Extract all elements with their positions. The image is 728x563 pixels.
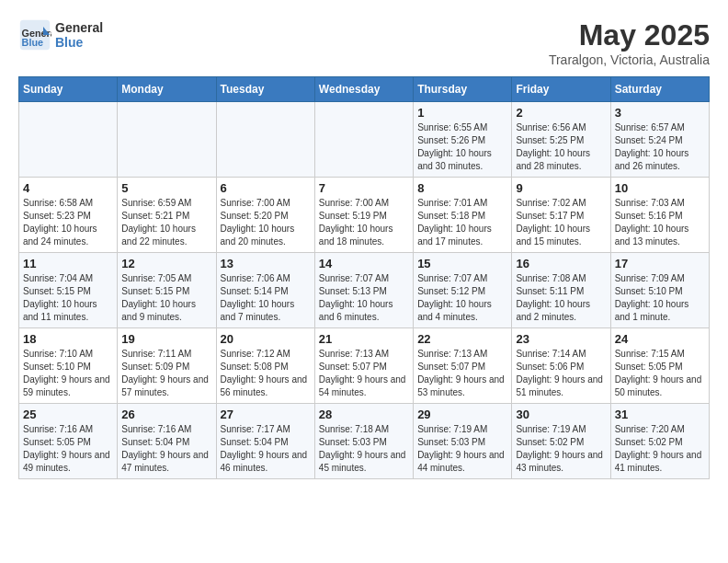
calendar-cell: 10Sunrise: 7:03 AMSunset: 5:16 PMDayligh… bbox=[610, 178, 709, 253]
day-info: Sunrise: 7:00 AMSunset: 5:19 PMDaylight:… bbox=[319, 197, 409, 248]
calendar-cell: 21Sunrise: 7:13 AMSunset: 5:07 PMDayligh… bbox=[314, 328, 413, 404]
day-number: 12 bbox=[121, 257, 211, 270]
calendar-cell: 1Sunrise: 6:55 AMSunset: 5:26 PMDaylight… bbox=[414, 102, 512, 178]
day-number: 26 bbox=[121, 408, 211, 421]
day-info: Sunrise: 7:07 AMSunset: 5:13 PMDaylight:… bbox=[319, 272, 409, 324]
calendar-cell: 31Sunrise: 7:20 AMSunset: 5:02 PMDayligh… bbox=[610, 404, 709, 479]
calendar-week-row: 11Sunrise: 7:04 AMSunset: 5:15 PMDayligh… bbox=[19, 253, 710, 328]
calendar-cell: 7Sunrise: 7:00 AMSunset: 5:19 PMDaylight… bbox=[314, 178, 413, 253]
calendar-cell: 17Sunrise: 7:09 AMSunset: 5:10 PMDayligh… bbox=[610, 253, 709, 328]
day-info: Sunrise: 7:00 AMSunset: 5:20 PMDaylight:… bbox=[221, 197, 311, 248]
day-number: 24 bbox=[615, 332, 705, 346]
calendar-cell: 14Sunrise: 7:07 AMSunset: 5:13 PMDayligh… bbox=[314, 253, 413, 328]
day-number: 3 bbox=[615, 106, 705, 120]
day-info: Sunrise: 7:03 AMSunset: 5:16 PMDaylight:… bbox=[615, 197, 705, 248]
title-block: May 2025 Traralgon, Victoria, Australia bbox=[549, 18, 710, 67]
day-info: Sunrise: 7:01 AMSunset: 5:18 PMDaylight:… bbox=[417, 197, 507, 248]
day-number: 31 bbox=[615, 408, 705, 421]
day-info: Sunrise: 6:56 AMSunset: 5:25 PMDaylight:… bbox=[516, 121, 606, 173]
day-number: 14 bbox=[319, 257, 409, 270]
day-number: 22 bbox=[417, 332, 507, 346]
logo-text-general: General bbox=[55, 20, 103, 35]
day-info: Sunrise: 6:57 AMSunset: 5:24 PMDaylight:… bbox=[615, 121, 705, 173]
day-number: 8 bbox=[417, 181, 507, 195]
calendar-cell: 6Sunrise: 7:00 AMSunset: 5:20 PMDaylight… bbox=[216, 178, 314, 253]
calendar-table: SundayMondayTuesdayWednesdayThursdayFrid… bbox=[18, 76, 710, 479]
column-header-friday: Friday bbox=[512, 77, 610, 102]
calendar-cell bbox=[118, 102, 216, 178]
day-info: Sunrise: 7:04 AMSunset: 5:15 PMDaylight:… bbox=[23, 272, 113, 324]
calendar-week-row: 25Sunrise: 7:16 AMSunset: 5:05 PMDayligh… bbox=[19, 404, 710, 479]
day-info: Sunrise: 7:13 AMSunset: 5:07 PMDaylight:… bbox=[319, 348, 409, 399]
day-info: Sunrise: 6:55 AMSunset: 5:26 PMDaylight:… bbox=[417, 121, 507, 173]
svg-text:Blue: Blue bbox=[22, 37, 43, 48]
day-info: Sunrise: 7:19 AMSunset: 5:02 PMDaylight:… bbox=[516, 423, 606, 475]
calendar-cell: 27Sunrise: 7:17 AMSunset: 5:04 PMDayligh… bbox=[216, 404, 314, 479]
calendar-cell: 3Sunrise: 6:57 AMSunset: 5:24 PMDaylight… bbox=[610, 102, 709, 178]
day-number: 6 bbox=[221, 181, 311, 195]
calendar-cell bbox=[314, 102, 413, 178]
day-info: Sunrise: 7:10 AMSunset: 5:10 PMDaylight:… bbox=[23, 348, 113, 399]
calendar-cell: 12Sunrise: 7:05 AMSunset: 5:15 PMDayligh… bbox=[118, 253, 216, 328]
calendar-header-row: SundayMondayTuesdayWednesdayThursdayFrid… bbox=[19, 77, 710, 102]
day-info: Sunrise: 7:16 AMSunset: 5:05 PMDaylight:… bbox=[23, 423, 113, 475]
day-info: Sunrise: 7:14 AMSunset: 5:06 PMDaylight:… bbox=[516, 348, 606, 399]
day-number: 10 bbox=[615, 181, 705, 195]
day-info: Sunrise: 7:15 AMSunset: 5:05 PMDaylight:… bbox=[615, 348, 705, 399]
day-info: Sunrise: 7:18 AMSunset: 5:03 PMDaylight:… bbox=[319, 423, 409, 475]
day-info: Sunrise: 7:20 AMSunset: 5:02 PMDaylight:… bbox=[615, 423, 705, 475]
column-header-saturday: Saturday bbox=[610, 77, 709, 102]
calendar-cell: 22Sunrise: 7:13 AMSunset: 5:07 PMDayligh… bbox=[414, 328, 512, 404]
calendar-cell: 4Sunrise: 6:58 AMSunset: 5:23 PMDaylight… bbox=[19, 178, 118, 253]
day-number: 16 bbox=[516, 257, 606, 270]
day-number: 13 bbox=[221, 257, 311, 270]
day-number: 1 bbox=[417, 106, 507, 120]
day-info: Sunrise: 6:59 AMSunset: 5:21 PMDaylight:… bbox=[121, 197, 211, 248]
month-title: May 2025 bbox=[549, 18, 710, 52]
day-number: 18 bbox=[23, 332, 113, 346]
day-number: 15 bbox=[417, 257, 507, 270]
calendar-week-row: 4Sunrise: 6:58 AMSunset: 5:23 PMDaylight… bbox=[19, 178, 710, 253]
day-number: 4 bbox=[23, 181, 113, 195]
day-info: Sunrise: 7:17 AMSunset: 5:04 PMDaylight:… bbox=[221, 423, 311, 475]
calendar-cell: 30Sunrise: 7:19 AMSunset: 5:02 PMDayligh… bbox=[512, 404, 610, 479]
day-info: Sunrise: 7:05 AMSunset: 5:15 PMDaylight:… bbox=[121, 272, 211, 324]
calendar-cell: 13Sunrise: 7:06 AMSunset: 5:14 PMDayligh… bbox=[216, 253, 314, 328]
column-header-thursday: Thursday bbox=[414, 77, 512, 102]
day-info: Sunrise: 7:13 AMSunset: 5:07 PMDaylight:… bbox=[417, 348, 507, 399]
day-number: 23 bbox=[516, 332, 606, 346]
day-number: 17 bbox=[615, 257, 705, 270]
calendar-cell: 26Sunrise: 7:16 AMSunset: 5:04 PMDayligh… bbox=[118, 404, 216, 479]
calendar-cell bbox=[19, 102, 118, 178]
logo: General Blue General Blue bbox=[18, 18, 103, 52]
calendar-cell: 18Sunrise: 7:10 AMSunset: 5:10 PMDayligh… bbox=[19, 328, 118, 404]
calendar-cell: 25Sunrise: 7:16 AMSunset: 5:05 PMDayligh… bbox=[19, 404, 118, 479]
column-header-sunday: Sunday bbox=[19, 77, 118, 102]
day-info: Sunrise: 7:02 AMSunset: 5:17 PMDaylight:… bbox=[516, 197, 606, 248]
day-info: Sunrise: 7:08 AMSunset: 5:11 PMDaylight:… bbox=[516, 272, 606, 324]
calendar-week-row: 1Sunrise: 6:55 AMSunset: 5:26 PMDaylight… bbox=[19, 102, 710, 178]
day-number: 5 bbox=[121, 181, 211, 195]
calendar-cell: 28Sunrise: 7:18 AMSunset: 5:03 PMDayligh… bbox=[314, 404, 413, 479]
day-number: 29 bbox=[417, 408, 507, 421]
day-info: Sunrise: 7:16 AMSunset: 5:04 PMDaylight:… bbox=[121, 423, 211, 475]
day-info: Sunrise: 7:11 AMSunset: 5:09 PMDaylight:… bbox=[121, 348, 211, 399]
day-number: 27 bbox=[221, 408, 311, 421]
calendar-cell: 9Sunrise: 7:02 AMSunset: 5:17 PMDaylight… bbox=[512, 178, 610, 253]
calendar-cell bbox=[216, 102, 314, 178]
column-header-wednesday: Wednesday bbox=[314, 77, 413, 102]
day-number: 2 bbox=[516, 106, 606, 120]
day-info: Sunrise: 6:58 AMSunset: 5:23 PMDaylight:… bbox=[23, 197, 113, 248]
calendar-cell: 20Sunrise: 7:12 AMSunset: 5:08 PMDayligh… bbox=[216, 328, 314, 404]
logo-icon: General Blue bbox=[18, 18, 51, 52]
day-number: 9 bbox=[516, 181, 606, 195]
page-header: General Blue General Blue May 2025 Trara… bbox=[18, 18, 710, 67]
day-info: Sunrise: 7:12 AMSunset: 5:08 PMDaylight:… bbox=[221, 348, 311, 399]
day-info: Sunrise: 7:07 AMSunset: 5:12 PMDaylight:… bbox=[417, 272, 507, 324]
location-subtitle: Traralgon, Victoria, Australia bbox=[549, 52, 710, 67]
day-number: 21 bbox=[319, 332, 409, 346]
calendar-cell: 15Sunrise: 7:07 AMSunset: 5:12 PMDayligh… bbox=[414, 253, 512, 328]
calendar-cell: 11Sunrise: 7:04 AMSunset: 5:15 PMDayligh… bbox=[19, 253, 118, 328]
day-info: Sunrise: 7:19 AMSunset: 5:03 PMDaylight:… bbox=[417, 423, 507, 475]
column-header-tuesday: Tuesday bbox=[216, 77, 314, 102]
